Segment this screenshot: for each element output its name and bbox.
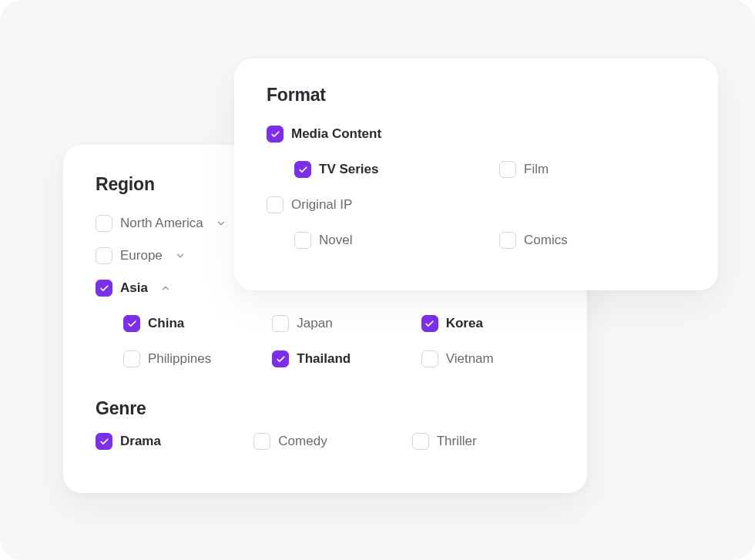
label-north-america: North America: [120, 216, 203, 231]
label-thailand: Thailand: [297, 351, 351, 367]
checkbox-drama[interactable]: Drama: [96, 433, 161, 450]
checkbox-film[interactable]: Film: [499, 161, 549, 178]
label-china: China: [148, 316, 184, 331]
checkbox-comedy[interactable]: Comedy: [253, 433, 327, 450]
label-comics: Comics: [524, 233, 568, 248]
label-asia: Asia: [120, 280, 148, 296]
label-novel: Novel: [319, 233, 352, 248]
checkbox-thriller[interactable]: Thriller: [412, 433, 477, 450]
label-tv-series: TV Series: [319, 162, 379, 177]
checkbox-icon: [123, 350, 140, 367]
label-media-content: Media Content: [291, 126, 381, 142]
label-europe: Europe: [120, 248, 163, 263]
checkbox-icon: [96, 247, 112, 264]
label-comedy: Comedy: [278, 434, 327, 449]
checkbox-icon: [267, 196, 284, 213]
checkbox-vietnam[interactable]: Vietnam: [421, 350, 494, 367]
checkbox-japan[interactable]: Japan: [272, 315, 332, 332]
checkbox-icon: [499, 232, 516, 249]
checkbox-comics[interactable]: Comics: [499, 232, 568, 249]
label-korea: Korea: [446, 316, 483, 331]
checkbox-novel[interactable]: Novel: [294, 232, 352, 249]
label-japan: Japan: [297, 316, 332, 331]
checkbox-icon: [294, 161, 311, 178]
checkbox-asia[interactable]: Asia: [96, 280, 171, 297]
checkbox-icon: [96, 433, 112, 450]
format-card: Format Media Content TV Series: [234, 59, 718, 290]
label-drama: Drama: [120, 434, 161, 449]
checkbox-thailand[interactable]: Thailand: [272, 350, 351, 367]
chevron-up-icon: [160, 283, 171, 293]
label-vietnam: Vietnam: [446, 351, 494, 367]
checkbox-icon: [421, 350, 438, 367]
checkbox-tv-series[interactable]: TV Series: [294, 161, 379, 178]
checkbox-icon: [123, 315, 140, 332]
checkbox-icon: [294, 232, 311, 249]
checkbox-icon: [272, 315, 289, 332]
checkbox-icon: [267, 126, 284, 143]
label-thriller: Thriller: [437, 434, 477, 449]
checkbox-icon: [499, 161, 516, 178]
checkbox-europe[interactable]: Europe: [96, 247, 186, 264]
checkbox-original-ip[interactable]: Original IP: [267, 196, 352, 213]
label-philippines: Philippines: [148, 351, 211, 367]
label-film: Film: [524, 162, 549, 177]
checkbox-icon: [272, 350, 289, 367]
checkbox-icon: [253, 433, 270, 450]
chevron-down-icon: [216, 218, 226, 229]
checkbox-icon: [96, 215, 112, 232]
canvas: Region North America Europe: [0, 0, 755, 560]
checkbox-north-america[interactable]: North America: [96, 215, 226, 232]
checkbox-icon: [421, 315, 438, 332]
checkbox-china[interactable]: China: [123, 315, 184, 332]
checkbox-philippines[interactable]: Philippines: [123, 350, 211, 367]
label-original-ip: Original IP: [291, 197, 352, 213]
chevron-down-icon: [175, 250, 186, 261]
checkbox-korea[interactable]: Korea: [421, 315, 483, 332]
checkbox-icon: [412, 433, 429, 450]
format-title: Format: [267, 85, 686, 106]
checkbox-media-content[interactable]: Media Content: [267, 126, 381, 143]
checkbox-icon: [96, 280, 112, 297]
genre-title: Genre: [96, 398, 555, 419]
